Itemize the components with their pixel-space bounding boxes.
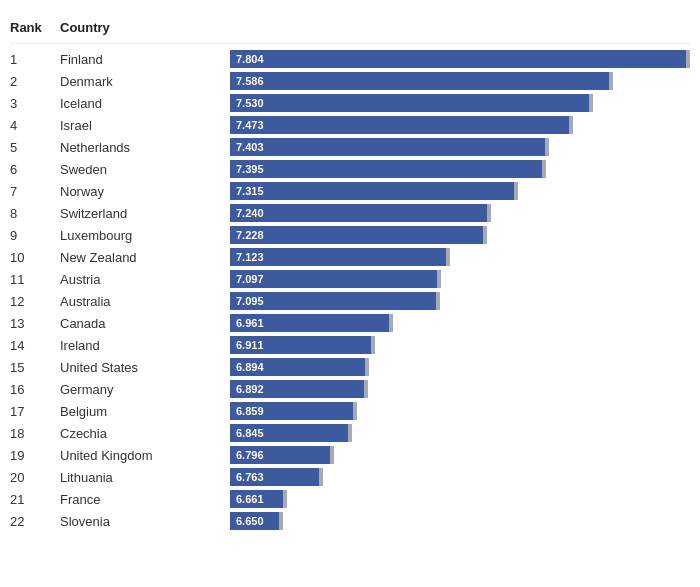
table-row: 3 Iceland 7.530 bbox=[10, 92, 690, 114]
table-row: 10 New Zealand 7.123 bbox=[10, 246, 690, 268]
bar-value-label: 6.892 bbox=[236, 383, 264, 395]
bar-value-label: 7.095 bbox=[236, 295, 264, 307]
table-row: 2 Denmark 7.586 bbox=[10, 70, 690, 92]
bar-value-label: 7.530 bbox=[236, 97, 264, 109]
bar-cell: 7.586 bbox=[230, 72, 690, 90]
country-cell: United States bbox=[60, 360, 230, 375]
bar: 7.395 bbox=[230, 160, 542, 178]
bar: 7.403 bbox=[230, 138, 545, 156]
country-cell: France bbox=[60, 492, 230, 507]
bar-cell: 7.315 bbox=[230, 182, 690, 200]
table-row: 13 Canada 6.961 bbox=[10, 312, 690, 334]
bar-cell: 6.961 bbox=[230, 314, 690, 332]
bar: 7.228 bbox=[230, 226, 483, 244]
rank-cell: 20 bbox=[10, 470, 60, 485]
bar: 6.892 bbox=[230, 380, 364, 398]
rank-cell: 11 bbox=[10, 272, 60, 287]
bar-value-label: 7.240 bbox=[236, 207, 264, 219]
rank-cell: 21 bbox=[10, 492, 60, 507]
table-row: 9 Luxembourg 7.228 bbox=[10, 224, 690, 246]
country-cell: Finland bbox=[60, 52, 230, 67]
table-row: 20 Lithuania 6.763 bbox=[10, 466, 690, 488]
bar: 6.961 bbox=[230, 314, 389, 332]
bar: 6.650 bbox=[230, 512, 279, 530]
country-cell: Netherlands bbox=[60, 140, 230, 155]
table-row: 8 Switzerland 7.240 bbox=[10, 202, 690, 224]
bar: 6.859 bbox=[230, 402, 353, 420]
rank-cell: 17 bbox=[10, 404, 60, 419]
bar-tick bbox=[446, 248, 450, 266]
table-row: 1 Finland 7.804 bbox=[10, 48, 690, 70]
bar-cell: 7.804 bbox=[230, 50, 690, 68]
bar: 6.796 bbox=[230, 446, 330, 464]
bar-cell: 6.892 bbox=[230, 380, 690, 398]
country-cell: Luxembourg bbox=[60, 228, 230, 243]
rank-header: Rank bbox=[10, 20, 60, 35]
country-cell: Lithuania bbox=[60, 470, 230, 485]
bar-cell: 7.228 bbox=[230, 226, 690, 244]
rank-cell: 18 bbox=[10, 426, 60, 441]
table-row: 22 Slovenia 6.650 bbox=[10, 510, 690, 532]
bar-tick bbox=[371, 336, 375, 354]
table-header: Rank Country bbox=[10, 20, 690, 44]
country-cell: United Kingdom bbox=[60, 448, 230, 463]
country-cell: New Zealand bbox=[60, 250, 230, 265]
bar: 7.804 bbox=[230, 50, 686, 68]
bar-value-label: 7.804 bbox=[236, 53, 264, 65]
bar-cell: 7.097 bbox=[230, 270, 690, 288]
bar-value-label: 6.661 bbox=[236, 493, 264, 505]
bar-cell: 6.650 bbox=[230, 512, 690, 530]
bar-tick bbox=[589, 94, 593, 112]
country-cell: Austria bbox=[60, 272, 230, 287]
country-cell: Slovenia bbox=[60, 514, 230, 529]
bar-value-label: 7.123 bbox=[236, 251, 264, 263]
bar-tick bbox=[279, 512, 283, 530]
rank-cell: 10 bbox=[10, 250, 60, 265]
bar-value-label: 7.395 bbox=[236, 163, 264, 175]
bar-tick bbox=[319, 468, 323, 486]
table-row: 4 Israel 7.473 bbox=[10, 114, 690, 136]
table-row: 16 Germany 6.892 bbox=[10, 378, 690, 400]
bar-tick bbox=[389, 314, 393, 332]
bar-tick bbox=[437, 270, 441, 288]
bar: 6.911 bbox=[230, 336, 371, 354]
country-cell: Belgium bbox=[60, 404, 230, 419]
bar-tick bbox=[436, 292, 440, 310]
rank-cell: 3 bbox=[10, 96, 60, 111]
rank-cell: 2 bbox=[10, 74, 60, 89]
bar-tick bbox=[348, 424, 352, 442]
bar: 7.240 bbox=[230, 204, 487, 222]
bar-value-label: 6.911 bbox=[236, 339, 264, 351]
country-cell: Denmark bbox=[60, 74, 230, 89]
bar-value-label: 7.315 bbox=[236, 185, 264, 197]
bar-value-label: 6.796 bbox=[236, 449, 264, 461]
country-cell: Israel bbox=[60, 118, 230, 133]
bar-tick bbox=[283, 490, 287, 508]
table-row: 18 Czechia 6.845 bbox=[10, 422, 690, 444]
bar: 7.586 bbox=[230, 72, 609, 90]
bar-tick bbox=[364, 380, 368, 398]
country-header: Country bbox=[60, 20, 230, 35]
table-row: 14 Ireland 6.911 bbox=[10, 334, 690, 356]
table-row: 17 Belgium 6.859 bbox=[10, 400, 690, 422]
bar-value-label: 7.097 bbox=[236, 273, 264, 285]
bar-tick bbox=[545, 138, 549, 156]
bar-cell: 6.859 bbox=[230, 402, 690, 420]
table-body: 1 Finland 7.804 2 Denmark 7.586 3 Icelan… bbox=[10, 48, 690, 532]
country-cell: Iceland bbox=[60, 96, 230, 111]
bar-tick bbox=[514, 182, 518, 200]
table-row: 21 France 6.661 bbox=[10, 488, 690, 510]
rank-cell: 4 bbox=[10, 118, 60, 133]
bar-tick bbox=[353, 402, 357, 420]
bar-tick bbox=[686, 50, 690, 68]
bar-tick bbox=[483, 226, 487, 244]
rank-cell: 6 bbox=[10, 162, 60, 177]
rank-cell: 9 bbox=[10, 228, 60, 243]
rank-cell: 5 bbox=[10, 140, 60, 155]
table-row: 7 Norway 7.315 bbox=[10, 180, 690, 202]
country-cell: Switzerland bbox=[60, 206, 230, 221]
rank-cell: 12 bbox=[10, 294, 60, 309]
bar-value-label: 7.473 bbox=[236, 119, 264, 131]
bar-tick bbox=[542, 160, 546, 178]
table-row: 15 United States 6.894 bbox=[10, 356, 690, 378]
